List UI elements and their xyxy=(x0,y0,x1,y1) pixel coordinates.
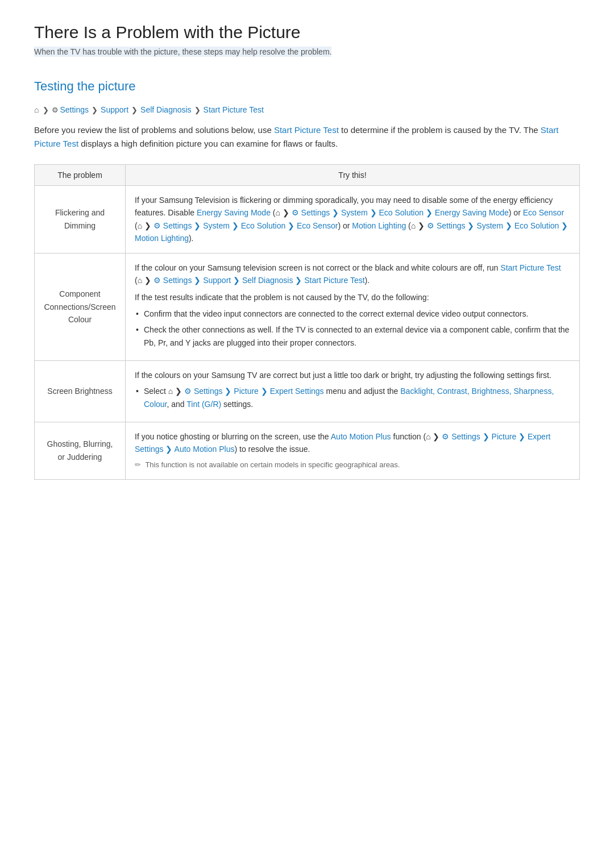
eco-sensor-path-link[interactable]: ⚙ Settings ❯ System ❯ Eco Solution ❯ Eco… xyxy=(154,221,338,230)
col-solution-header: Try this! xyxy=(126,165,580,186)
start-picture-test-link-4[interactable]: Start Picture Test xyxy=(304,276,364,285)
intro-paragraph: Before you review the list of problems a… xyxy=(34,123,580,151)
settings-eco-link[interactable]: ⚙ Settings ❯ System ❯ Eco Solution ❯ Ene… xyxy=(292,208,509,217)
chevron-icon: ❯ xyxy=(194,106,201,114)
table-row: Ghosting, Blurring, or Juddering If you … xyxy=(35,422,580,480)
start-picture-test-link-1[interactable]: Start Picture Test xyxy=(274,125,339,135)
energy-saving-mode-link[interactable]: Energy Saving Mode xyxy=(197,208,271,217)
brightness-bullets: Select ⌂ ❯ ⚙ Settings ❯ Picture ❯ Expert… xyxy=(135,385,570,410)
table-row: Screen Brightness If the colours on your… xyxy=(35,360,580,422)
home-icon: ⌂ xyxy=(426,432,430,441)
list-item: Select ⌂ ❯ ⚙ Settings ❯ Picture ❯ Expert… xyxy=(135,385,570,410)
page-title: There Is a Problem with the Picture xyxy=(34,23,580,42)
breadcrumb-settings[interactable]: Settings xyxy=(60,105,89,114)
home-icon: ⌂ xyxy=(168,387,173,396)
solution-cell: If the colours on your Samsung TV are co… xyxy=(126,360,580,422)
chevron-icon: ❯ xyxy=(131,106,138,114)
problem-label: ComponentConnections/ScreenColour xyxy=(35,253,126,360)
page-subtitle: When the TV has trouble with the picture… xyxy=(34,47,580,56)
home-icon: ⌂ xyxy=(138,221,142,230)
list-item: Check the other connections as well. If … xyxy=(135,323,570,349)
start-picture-test-link-3[interactable]: Start Picture Test xyxy=(500,263,561,272)
motion-lighting-link[interactable]: Motion Lighting xyxy=(352,221,406,230)
col-problem-header: The problem xyxy=(35,165,126,186)
section-title: Testing the picture xyxy=(34,79,580,94)
solution-cell: If your Samsung Television is flickering… xyxy=(126,186,580,254)
solution-cell: If the colour on your Samsung television… xyxy=(126,253,580,360)
table-row: Flickering and Dimming If your Samsung T… xyxy=(35,186,580,254)
select-label: Select xyxy=(144,387,168,396)
tint-link[interactable]: Tint (G/R) xyxy=(186,400,221,409)
breadcrumb: ⌂ ❯ ⚙ Settings ❯ Support ❯ Self Diagnosi… xyxy=(34,105,580,114)
chevron-icon: ❯ xyxy=(43,106,49,114)
expert-settings-link[interactable]: ⚙ Settings ❯ Picture ❯ Expert Settings xyxy=(184,387,324,396)
home-icon: ⌂ xyxy=(275,208,280,217)
home-icon: ⌂ xyxy=(34,105,39,114)
gear-icon: ⚙ xyxy=(52,106,59,114)
problem-label: Flickering and Dimming xyxy=(35,186,126,254)
problem-label: Screen Brightness xyxy=(35,360,126,422)
auto-motion-plus-link[interactable]: Auto Motion Plus xyxy=(331,432,391,441)
list-item: Confirm that the video input connectors … xyxy=(135,308,570,320)
home-icon: ⌂ xyxy=(138,276,142,285)
problem-label: Ghosting, Blurring, or Juddering xyxy=(35,422,126,480)
table-row: ComponentConnections/ScreenColour If the… xyxy=(35,253,580,360)
eco-sensor-link[interactable]: Eco Sensor xyxy=(523,208,564,217)
breadcrumb-start-picture-test[interactable]: Start Picture Test xyxy=(204,105,264,114)
note-icon: ✏ xyxy=(135,460,141,469)
self-diagnosis-path-link[interactable]: ⚙ Settings ❯ Support ❯ Self Diagnosis ❯ xyxy=(154,276,302,285)
home-icon: ⌂ xyxy=(411,221,416,230)
chevron-icon: ❯ xyxy=(92,106,98,114)
breadcrumb-support[interactable]: Support xyxy=(101,105,128,114)
note-text: ✏ This function is not available on cert… xyxy=(135,459,570,471)
breadcrumb-self-diagnosis[interactable]: Self Diagnosis xyxy=(140,105,192,114)
problems-table: The problem Try this! Flickering and Dim… xyxy=(34,164,580,480)
solution-cell: If you notice ghosting or blurring on th… xyxy=(126,422,580,480)
component-bullets: Confirm that the video input connectors … xyxy=(135,308,570,349)
